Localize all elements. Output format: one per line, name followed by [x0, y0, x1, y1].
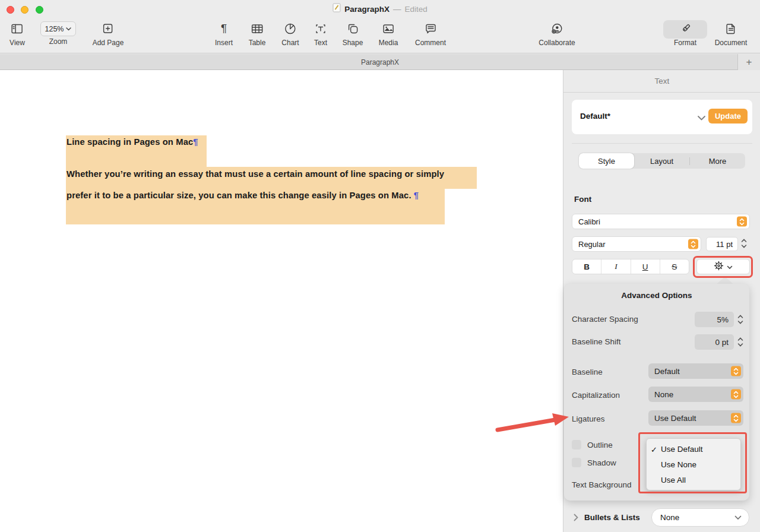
window-title: ParagraphX: [344, 5, 390, 14]
stepper-icon: [731, 413, 741, 423]
baseline-shift-stepper[interactable]: [737, 335, 744, 349]
chevron-down-icon: [734, 515, 742, 520]
toolbar-chart-label: Chart: [281, 39, 299, 47]
stepper-icon: [731, 366, 741, 376]
stepper-icon: [737, 217, 747, 227]
chevron-down-icon[interactable]: [698, 112, 705, 123]
bold-button[interactable]: B: [572, 259, 601, 274]
bullets-lists-select[interactable]: None: [651, 508, 749, 527]
disclosure-chevron-icon[interactable]: [574, 513, 578, 524]
underline-button[interactable]: U: [631, 259, 660, 274]
ligatures-select[interactable]: Use Default: [648, 410, 743, 426]
font-size-stepper[interactable]: [740, 237, 748, 250]
annotation-arrow: [487, 407, 576, 436]
format-brush-icon: [678, 20, 692, 37]
tab-layout[interactable]: Layout: [634, 153, 689, 169]
shadow-checkbox[interactable]: [572, 458, 581, 467]
titlebar: ParagraphX — Edited: [0, 0, 760, 18]
pilcrow-mark: ¶: [193, 137, 198, 147]
comment-icon: [423, 20, 437, 37]
italic-button[interactable]: I: [601, 259, 631, 274]
tab-paragraphx[interactable]: ParagraphX: [0, 54, 760, 70]
font-family-select[interactable]: Calibri: [572, 214, 750, 229]
tab-style[interactable]: Style: [579, 153, 634, 169]
tab-more[interactable]: More: [690, 153, 745, 169]
character-spacing-label: Character Spacing: [572, 315, 638, 324]
font-size-field[interactable]: 11 pt: [706, 237, 738, 251]
divider: [572, 143, 752, 144]
new-tab-button[interactable]: +: [737, 54, 760, 70]
media-photo-icon: [382, 20, 395, 37]
toolbar-shape-button[interactable]: Shape: [343, 20, 363, 47]
ligatures-label: Ligatures: [572, 414, 605, 423]
text-box-icon: [314, 20, 328, 37]
toolbar-format-label: Format: [674, 39, 696, 47]
toolbar-view-label: View: [10, 39, 25, 47]
shadow-label: Shadow: [587, 458, 616, 467]
outline-label: Outline: [587, 441, 613, 449]
tab-bar: ParagraphX +: [0, 54, 760, 70]
toolbar: View 125% Zoom Add Page ¶ Insert Table: [0, 18, 760, 53]
toolbar-table-label: Table: [249, 39, 266, 47]
toolbar-table-button[interactable]: Table: [249, 20, 266, 47]
toolbar-zoom-label: Zoom: [49, 37, 68, 46]
edited-status: Edited: [405, 5, 428, 14]
font-section-label: Font: [574, 195, 591, 204]
collaborate-icon: [550, 20, 564, 37]
paragraph-style-card[interactable]: Default* Update: [572, 100, 752, 134]
toolbar-shape-label: Shape: [343, 39, 363, 47]
toolbar-chart-button[interactable]: Chart: [281, 20, 299, 47]
toolbar-text-label: Text: [314, 39, 327, 47]
shape-icon: [346, 20, 359, 37]
document-page-icon: [724, 20, 737, 37]
text-background-label: Text Background: [572, 480, 632, 489]
toolbar-comment-label: Comment: [415, 39, 446, 47]
toolbar-media-button[interactable]: Media: [379, 20, 398, 47]
toolbar-view-button[interactable]: View: [10, 20, 25, 47]
font-typeface-select[interactable]: Regular: [572, 236, 701, 252]
table-icon: [251, 20, 264, 37]
add-page-icon: [102, 20, 115, 37]
document-body-line-1[interactable]: Whether you’re writing an essay that mus…: [66, 169, 444, 179]
strikethrough-button[interactable]: S: [660, 259, 689, 274]
baseline-shift-field[interactable]: 0 pt: [695, 334, 734, 350]
toolbar-insert-button[interactable]: ¶ Insert: [215, 20, 233, 47]
outline-checkbox[interactable]: [572, 440, 581, 449]
document-file-icon: [332, 3, 341, 15]
update-style-button[interactable]: Update: [708, 109, 748, 124]
toolbar-collaborate-label: Collaborate: [539, 39, 575, 47]
pilcrow-mark: ¶: [414, 191, 419, 200]
toolbar-insert-label: Insert: [215, 39, 233, 47]
paragraph-style-name: Default*: [580, 112, 610, 121]
toolbar-format-button[interactable]: Format: [674, 20, 696, 47]
toolbar-document-button[interactable]: Document: [715, 20, 748, 47]
toolbar-add-page-label: Add Page: [93, 39, 124, 47]
toolbar-add-page-button[interactable]: Add Page: [93, 20, 124, 47]
title-separator: —: [393, 5, 401, 14]
zoom-level-button[interactable]: 125%: [40, 21, 76, 36]
bullets-lists-label: Bullets & Lists: [584, 513, 640, 522]
popover-title: Advanced Options: [564, 291, 749, 300]
chart-pie-icon: [284, 20, 297, 37]
baseline-label: Baseline: [572, 368, 603, 376]
capitalization-select[interactable]: None: [648, 387, 743, 402]
document-canvas[interactable]: Line spacing in Pages on Mac¶ Whether yo…: [0, 70, 563, 532]
toolbar-text-button[interactable]: Text: [314, 20, 328, 47]
baseline-select[interactable]: Default: [648, 363, 743, 379]
style-layout-more-tabs: Style Layout More: [579, 153, 745, 169]
view-icon: [10, 20, 24, 37]
toolbar-comment-button[interactable]: Comment: [415, 20, 446, 47]
toolbar-collaborate-button[interactable]: Collaborate: [539, 20, 575, 47]
document-heading-line[interactable]: Line spacing in Pages on Mac¶: [66, 137, 198, 147]
capitalization-label: Capitalization: [572, 391, 620, 400]
sidebar-header-text: Text: [563, 70, 760, 93]
toolbar-media-label: Media: [379, 39, 398, 47]
character-spacing-stepper[interactable]: [737, 313, 744, 326]
pages-window: ParagraphX — Edited View 125% Zoom Add P…: [0, 0, 760, 532]
document-body-line-2[interactable]: prefer it to be a particular size, you c…: [66, 191, 419, 200]
chevron-down-icon: [66, 27, 71, 31]
insert-pilcrow-icon: ¶: [221, 20, 227, 37]
annotation-box-menu: [638, 432, 747, 493]
character-spacing-field[interactable]: 5%: [695, 312, 734, 327]
toolbar-zoom-control[interactable]: 125% Zoom: [40, 20, 76, 46]
